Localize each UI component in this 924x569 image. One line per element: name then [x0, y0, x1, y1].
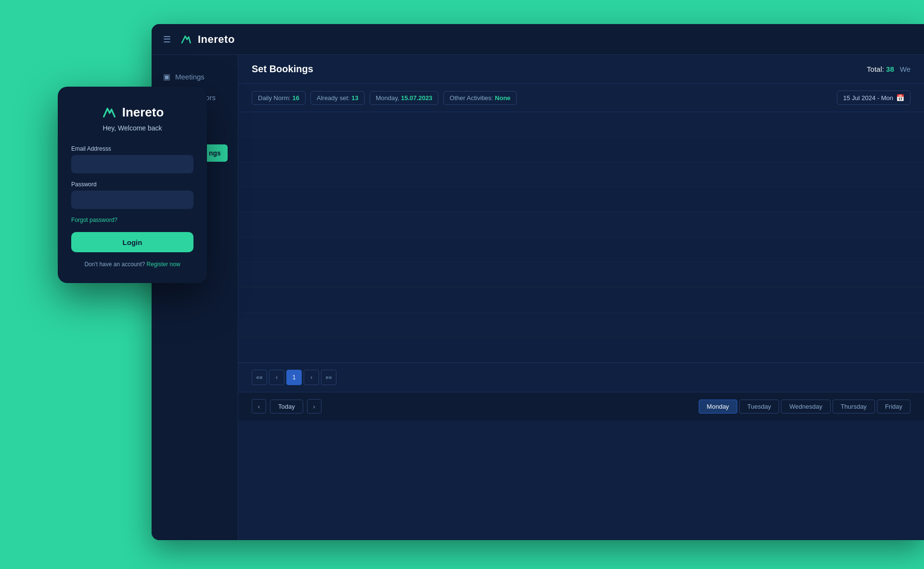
day-next-button[interactable]: ›	[307, 399, 321, 414]
forgot-password-link[interactable]: Forgot password?	[71, 217, 193, 223]
pagination-last[interactable]: »»	[321, 370, 336, 385]
table-row	[238, 312, 924, 337]
bookings-table	[238, 112, 924, 362]
calendar-icon: 📅	[896, 94, 904, 102]
table-row	[238, 237, 924, 262]
table-row	[238, 337, 924, 362]
date-selector-text: 15 Jul 2024 - Mon	[843, 94, 893, 102]
table-row	[238, 287, 924, 312]
filter-already-set: Already set: 13	[310, 91, 365, 105]
login-button[interactable]: Login	[71, 232, 193, 252]
sidebar-item-meetings-label: Meetings	[175, 73, 205, 81]
pagination-next[interactable]: ›	[304, 370, 319, 385]
table-row	[238, 262, 924, 287]
header-right: Total: 38 We	[867, 65, 911, 73]
no-account-text: Don't have an account?	[84, 261, 145, 268]
login-brand-name: Inereto	[122, 105, 164, 120]
date-selector[interactable]: 15 Jul 2024 - Mon 📅	[837, 91, 911, 105]
day-prev-button[interactable]: ‹	[252, 399, 266, 414]
app-brand-name: Inereto	[198, 33, 235, 46]
pagination-first[interactable]: ««	[252, 370, 267, 385]
register-row: Don't have an account? Register now	[71, 261, 193, 268]
login-card: Inereto Hey, Welcome back Email Addresss…	[58, 87, 207, 283]
day-tab-friday[interactable]: Friday	[877, 400, 911, 414]
bookings-header: Set Bookings Total: 38 We	[238, 55, 924, 84]
total-label: Total: 38	[867, 65, 894, 73]
table-row	[238, 187, 924, 212]
password-field[interactable]	[71, 191, 193, 209]
pagination-row: «« ‹ 1 › »»	[238, 362, 924, 392]
page-title: Set Bookings	[252, 64, 313, 75]
pagination-prev[interactable]: ‹	[269, 370, 284, 385]
table-row	[238, 137, 924, 162]
password-label: Password	[71, 181, 193, 188]
app-logo-mark	[179, 33, 192, 46]
app-main: Set Bookings Total: 38 We Daily Norm: 16…	[238, 55, 924, 540]
table-row	[238, 112, 924, 137]
register-link[interactable]: Register now	[147, 261, 180, 268]
filter-daily-norm: Daily Norm: 16	[252, 91, 306, 105]
total-count: 38	[886, 65, 894, 73]
filter-monday-date: Monday, 15.07.2023	[370, 91, 439, 105]
email-label: Email Addresss	[71, 145, 193, 152]
day-nav-row: ‹ Today › Monday Tuesday Wednesday Thurs…	[238, 392, 924, 420]
table-row	[238, 212, 924, 237]
day-tab-tuesday[interactable]: Tuesday	[739, 400, 779, 414]
day-tabs: Monday Tuesday Wednesday Thursday Friday	[699, 400, 911, 414]
app-navbar: ☰ Inereto	[152, 24, 924, 55]
app-window: ☰ Inereto ▣ Meetings ✦ Colaborators Set …	[152, 24, 924, 540]
login-welcome: Hey, Welcome back	[71, 124, 193, 132]
meetings-icon: ▣	[163, 72, 170, 81]
sidebar-item-meetings[interactable]: ▣ Meetings	[152, 66, 238, 87]
table-row	[238, 162, 924, 187]
today-button[interactable]: Today	[270, 400, 303, 414]
filters-row: Daily Norm: 16 Already set: 13 Monday, 1…	[238, 84, 924, 112]
login-logo-area: Inereto	[71, 104, 193, 120]
email-field[interactable]	[71, 155, 193, 173]
day-tab-wednesday[interactable]: Wednesday	[781, 400, 830, 414]
pagination-current[interactable]: 1	[286, 370, 302, 385]
filter-other-activities: Other Activities: None	[443, 91, 516, 105]
we-label: We	[900, 65, 911, 73]
hamburger-icon[interactable]: ☰	[163, 34, 171, 45]
day-tab-monday[interactable]: Monday	[699, 400, 737, 414]
day-nav-left: ‹ Today ›	[252, 399, 321, 414]
day-tab-thursday[interactable]: Thursday	[833, 400, 875, 414]
login-logo-mark	[101, 104, 117, 120]
